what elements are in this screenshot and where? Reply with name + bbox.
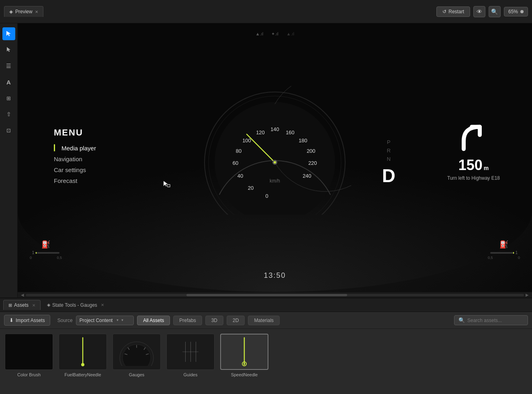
svg-text:60: 60: [233, 160, 238, 166]
text-icon: A: [6, 79, 11, 86]
gauge-left-max: 1: [32, 250, 35, 255]
zoom-display: 65%: [504, 7, 528, 16]
layers-icon: ⊞: [6, 95, 11, 101]
media-icon: ⊡: [6, 127, 11, 133]
svg-point-22: [81, 363, 84, 366]
filter-prefabs[interactable]: Prefabs: [173, 316, 202, 325]
asset-gauges[interactable]: Gauges: [113, 334, 161, 377]
scroll-left-arrow[interactable]: ◀: [19, 293, 26, 297]
filter-materials[interactable]: Materials: [248, 316, 280, 325]
asset-guides[interactable]: Guides: [166, 334, 215, 377]
main-area: ☰ A ⊞ ⇧ ⊡ ▲.ıl ✦.ıl ▲.ıl: [0, 23, 532, 298]
svg-text:20: 20: [248, 185, 254, 191]
gauge-right-mid: 0,5: [488, 256, 493, 260]
fuel-battery-needle-thumb: [59, 334, 107, 370]
zoom-search-button[interactable]: 🔍: [489, 6, 501, 17]
assets-tab-close[interactable]: ✕: [32, 303, 35, 308]
menu-item-settings[interactable]: Car settings: [54, 166, 96, 173]
nav-info: 150 m Turn left to Highway E18: [447, 123, 500, 181]
signal-icon: ▲.ıl: [256, 31, 263, 37]
sidebar-list[interactable]: ☰: [2, 60, 15, 72]
asset-color-brush[interactable]: Color Brush: [5, 334, 53, 377]
gauge-left-mid: 0,5: [57, 256, 62, 260]
visibility-button[interactable]: 👁: [473, 6, 485, 17]
svg-text:80: 80: [236, 148, 241, 154]
source-dropdown[interactable]: Project Content ▼: [76, 316, 134, 325]
tab-assets[interactable]: ⊞ Assets ✕: [3, 300, 41, 310]
scroll-track[interactable]: [26, 294, 524, 296]
filter-2d[interactable]: 2D: [227, 316, 245, 325]
asset-speed-needle[interactable]: SpeedNeedle: [220, 334, 268, 377]
dashboard-preview: ▲.ıl ✦.ıl ▲.ıl MENU Media player Navigat…: [18, 23, 532, 292]
gauge-left-zero: 0: [30, 256, 32, 260]
source-value: Project Content: [80, 318, 113, 323]
svg-text:0: 0: [265, 193, 268, 199]
sidebar-select-tool[interactable]: [2, 27, 15, 40]
speed-needle-thumb: [220, 334, 268, 370]
menu-item-media[interactable]: Media player: [54, 144, 96, 152]
fuel-left-icon: ⛽: [41, 240, 50, 249]
assets-tab-icon: ⊞: [8, 303, 12, 308]
gauges-label: Gauges: [129, 372, 145, 377]
svg-text:140: 140: [270, 126, 279, 132]
source-label: Source: [57, 318, 73, 323]
gear-panel: PRN D: [382, 138, 395, 187]
asset-fuel-battery-needle[interactable]: FuelBatteryNeedle: [59, 334, 107, 377]
left-sidebar: ☰ A ⊞ ⇧ ⊡: [0, 23, 18, 298]
svg-point-2: [215, 102, 335, 215]
search-assets-input[interactable]: [467, 318, 524, 323]
sidebar-layers[interactable]: ⊞: [2, 92, 15, 105]
import-assets-button[interactable]: ⬇ Import Assets: [4, 315, 50, 326]
speedometer-svg: 0 20 40 60 80 100 120 140: [198, 86, 351, 215]
gauge-right-max: 1: [516, 250, 518, 255]
nav-unit: m: [484, 165, 489, 171]
svg-text:km/h: km/h: [270, 178, 280, 184]
svg-text:200: 200: [307, 148, 315, 154]
asset-grid: Color Brush FuelBatteryNeedle: [0, 329, 532, 394]
fuel-gauge-left: ⛽ 1 0 0,5: [30, 240, 62, 260]
toolbar: ◈ Preview ✕ ↺ Restart 👁 🔍 65%: [0, 0, 532, 23]
asset-toolbar: ⬇ Import Assets Source Project Content ▼…: [0, 312, 532, 329]
nav-instruction: Turn left to Highway E18: [447, 175, 500, 181]
import-icon: ⬇: [9, 317, 14, 323]
canvas-scrollbar: ◀ ▶: [18, 292, 532, 298]
fuel-gauge-right: ⛽ 1 0,5 0: [488, 240, 520, 260]
preview-tab-label: Preview: [15, 9, 33, 14]
scroll-right-arrow[interactable]: ▶: [524, 293, 530, 297]
sidebar-media[interactable]: ⊡: [2, 124, 15, 137]
gauges-svg: [117, 338, 157, 366]
menu-item-nav[interactable]: Navigation: [54, 156, 96, 162]
state-tools-tab-close[interactable]: ✕: [101, 303, 104, 307]
preview-tab[interactable]: ◈ Preview ✕: [4, 6, 43, 17]
dash-status-bar: ▲.ıl ✦.ıl ▲.ıl: [256, 31, 294, 37]
scroll-thumb[interactable]: [186, 294, 347, 296]
svg-point-19: [274, 161, 276, 164]
nav-distance-value: 150: [458, 157, 483, 174]
svg-text:220: 220: [308, 160, 317, 166]
svg-text:240: 240: [303, 173, 311, 179]
svg-point-32: [243, 363, 245, 365]
state-tools-icon: ◈: [47, 302, 50, 308]
eye-icon: 👁: [477, 8, 482, 15]
filter-3d[interactable]: 3D: [205, 316, 223, 325]
menu-item-forecast[interactable]: Forecast: [54, 177, 96, 184]
svg-text:40: 40: [237, 173, 243, 179]
bottom-tab-bar: ⊞ Assets ✕ ◈ State Tools - Gauges ✕: [0, 298, 532, 312]
sidebar-pointer[interactable]: [2, 43, 15, 56]
gear-active: D: [382, 165, 395, 187]
nav-distance-display: 150 m: [447, 157, 500, 174]
zoom-indicator: [520, 10, 524, 13]
filter-all-assets[interactable]: All Assets: [137, 316, 170, 325]
zoom-value: 65%: [508, 9, 518, 14]
sidebar-text[interactable]: A: [2, 76, 15, 88]
time-display: 13:50: [264, 271, 286, 280]
svg-text:120: 120: [256, 129, 265, 135]
restart-button[interactable]: ↺ Restart: [436, 6, 470, 17]
sidebar-share[interactable]: ⇧: [2, 108, 15, 121]
guides-label: Guides: [184, 372, 198, 377]
menu-panel: MENU Media player Navigation Car setting…: [54, 127, 96, 188]
preview-tab-close[interactable]: ✕: [35, 10, 38, 14]
preview-tab-icon: ◈: [9, 9, 13, 14]
tab-state-tools[interactable]: ◈ State Tools - Gauges ✕: [42, 300, 109, 310]
toolbar-right: ↺ Restart 👁 🔍 65%: [436, 6, 528, 17]
